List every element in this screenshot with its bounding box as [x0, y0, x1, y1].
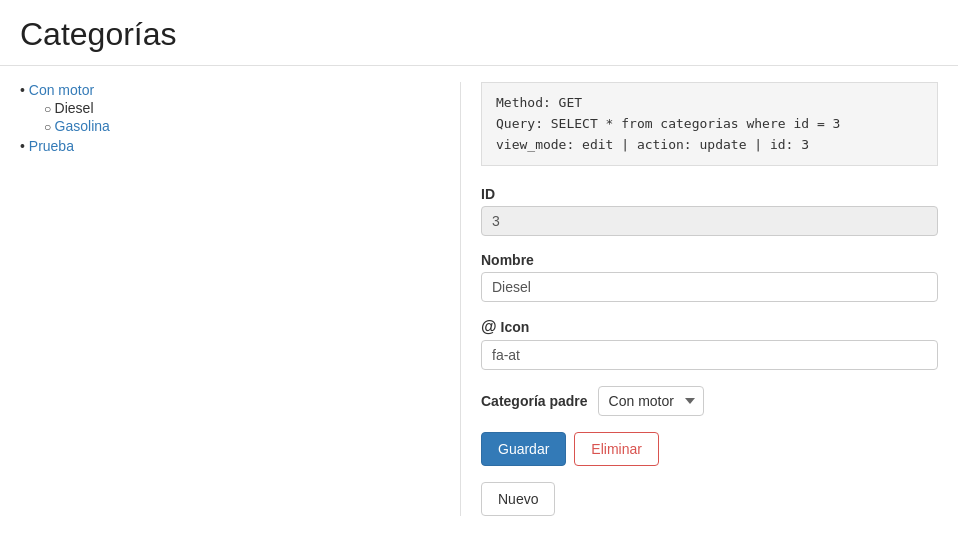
category-sidebar: Con motor Diesel Gasolina Prueba: [0, 82, 460, 516]
icon-label-container: @ Icon: [481, 318, 938, 336]
icon-field-group: @ Icon: [481, 318, 938, 370]
action-buttons: Guardar Eliminar: [481, 432, 938, 466]
categoria-padre-group: Categoría padre Con motor Prueba: [481, 386, 938, 416]
con-motor-children: Diesel Gasolina: [20, 100, 440, 134]
id-field-group: ID: [481, 186, 938, 236]
list-item-diesel: Diesel: [44, 100, 440, 116]
icon-input[interactable]: [481, 340, 938, 370]
con-motor-link[interactable]: Con motor: [29, 82, 94, 98]
nuevo-button-container: Nuevo: [481, 482, 938, 516]
nuevo-button[interactable]: Nuevo: [481, 482, 555, 516]
page-title: Categorías: [20, 16, 938, 53]
id-label: ID: [481, 186, 938, 202]
debug-line1: Method: GET: [496, 93, 923, 114]
icon-label-text: Icon: [501, 319, 530, 335]
list-item-gasolina: Gasolina: [44, 118, 440, 134]
id-input: [481, 206, 938, 236]
form-panel: Method: GET Query: SELECT * from categor…: [460, 82, 958, 516]
eliminar-button[interactable]: Eliminar: [574, 432, 659, 466]
gasolina-link[interactable]: Gasolina: [55, 118, 110, 134]
nombre-field-group: Nombre: [481, 252, 938, 302]
prueba-link[interactable]: Prueba: [29, 138, 74, 154]
guardar-button[interactable]: Guardar: [481, 432, 566, 466]
nombre-label: Nombre: [481, 252, 938, 268]
debug-info: Method: GET Query: SELECT * from categor…: [481, 82, 938, 166]
list-item-prueba: Prueba: [20, 138, 440, 154]
nombre-input[interactable]: [481, 272, 938, 302]
at-symbol: @: [481, 318, 497, 336]
list-item-con-motor: Con motor Diesel Gasolina: [20, 82, 440, 134]
debug-line3: view_mode: edit | action: update | id: 3: [496, 135, 923, 156]
category-list: Con motor Diesel Gasolina Prueba: [20, 82, 440, 154]
debug-line2: Query: SELECT * from categorias where id…: [496, 114, 923, 135]
categoria-padre-label: Categoría padre: [481, 393, 588, 409]
diesel-label: Diesel: [55, 100, 94, 116]
categoria-padre-select[interactable]: Con motor Prueba: [598, 386, 704, 416]
